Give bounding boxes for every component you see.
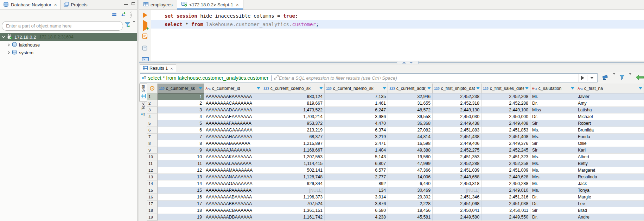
tree-item-system[interactable]: system [0,49,137,56]
column-header-c_current_addr_sk[interactable]: 123c_current_addr_sk [388,84,433,93]
row-number[interactable]: 10 [147,154,158,160]
column-dropdown-icon[interactable] [427,87,431,90]
cell-c_current_hdemo_sk[interactable]: 6,580 [325,207,388,214]
row-number[interactable]: 8 [147,140,158,147]
cell-c_current_hdemo_sk[interactable]: 4,238 [325,214,388,221]
cell-c_first_sales_date_sk[interactable]: 2,451,323 [482,154,530,160]
cell-c_customer_id[interactable]: AAAAAAAALAAAAAAA [204,160,262,167]
cell-c_current_hdemo_sk[interactable]: 2,471 [325,140,388,147]
column-dropdown-icon[interactable] [571,87,574,90]
cell-c_salutation[interactable]: Ms. [530,160,576,167]
execute-statement-icon[interactable] [143,12,147,18]
cell-c_salutation[interactable]: Dr. [530,100,576,107]
cell-c_first_shipto_date_sk[interactable]: 2,451,883 [433,127,482,134]
cell-c_first_shipto_date_sk[interactable]: 2,451,353 [433,154,482,160]
cell-c_first_shipto_date_sk[interactable]: 2,449,406 [433,140,482,147]
cell-c_first_sales_date_sk[interactable]: 2,449,628 [482,174,530,180]
cell-c_current_cdemo_sk[interactable]: 213,219 [262,127,325,134]
column-header-c_current_cdemo_sk[interactable]: 123c_current_cdemo_sk [262,84,325,93]
cell-c_first_na[interactable]: Robert [576,120,644,127]
cell-c_first_sales_date_sk[interactable]: 2,452,245 [482,147,530,154]
chevron-down-icon[interactable] [0,36,6,38]
cell-c_current_hdemo_sk[interactable]: 6,247 [325,107,388,113]
cell-c_first_shipto_date_sk[interactable]: [NULL] [433,187,482,194]
cell-c_current_hdemo_sk[interactable]: 892 [325,180,388,187]
cell-c_current_cdemo_sk[interactable]: 953,372 [262,120,325,127]
cell-c_current_addr_sk[interactable]: 39,558 [388,113,433,120]
cell-c_current_addr_sk[interactable]: 6,440 [388,180,433,187]
cell-c_first_na[interactable]: Rosalinda [576,174,644,180]
cell-c_customer_id[interactable]: AAAAAAAAPAAAAAAA [204,187,262,194]
cell-c_current_addr_sk[interactable]: 31,655 [388,100,433,107]
cell-c_current_addr_sk[interactable]: 44,814 [388,134,433,140]
cell-c_salutation[interactable]: Sir [530,140,576,147]
cell-c_first_na[interactable]: Jack [576,180,644,187]
cell-c_salutation[interactable]: Mrs. [530,174,576,180]
cell-c_first_na[interactable]: Margaret [576,167,644,174]
column-dropdown-icon[interactable] [476,87,480,90]
cell-c_first_sales_date_sk[interactable]: 2,452,288 [482,100,530,107]
cell-c_first_sales_date_sk[interactable]: 2,452,208 [482,93,530,100]
cell-c_current_cdemo_sk[interactable]: 1,473,522 [262,107,325,113]
column-dropdown-icon[interactable] [525,87,529,90]
cell-c_first_shipto_date_sk[interactable]: 2,452,238 [433,93,482,100]
cell-c_first_sales_date_sk[interactable]: 2,450,288 [482,180,530,187]
link-editor-icon[interactable] [121,12,126,18]
cell-c_first_na[interactable]: Amy [576,100,644,107]
cell-c_first_na[interactable]: Karl [576,147,644,154]
row-number[interactable]: 16 [147,194,158,201]
cell-c_first_sales_date_sk[interactable]: 2,451,316 [482,194,530,201]
cell-c_current_hdemo_sk[interactable]: 4,470 [325,120,388,127]
cell-c_customer_id[interactable]: AAAAAAAAFAAAAAAA [204,120,262,127]
cell-c_first_shipto_date_sk[interactable]: 2,451,346 [433,194,482,201]
row-number[interactable]: 19 [147,214,158,221]
cell-c_current_hdemo_sk[interactable]: 5,143 [325,154,388,160]
cell-c_current_cdemo_sk[interactable]: 980,124 [262,93,325,100]
cell-c_first_shipto_date_sk[interactable]: 2,451,039 [433,167,482,174]
cell-c_first_na[interactable]: Margie [576,194,644,201]
column-header-c_customer_sk[interactable]: 123c_customer_sk [158,84,204,93]
chevron-down-icon[interactable] [613,75,616,81]
cell-c_current_hdemo_sk[interactable]: 3,014 [325,194,388,201]
cell-c_customer_sk[interactable]: 7 [158,134,204,140]
column-header-c_current_hdemo_sk[interactable]: 123c_current_hdemo_sk [325,84,388,93]
splitter-collapse-control[interactable] [397,61,419,64]
cell-c_customer_id[interactable]: AAAAAAAADAAAAAAA [204,107,262,113]
cell-c_current_cdemo_sk[interactable]: 707,524 [262,201,325,207]
cell-c_customer_id[interactable]: AAAAAAAABBAAAAAA [204,201,262,207]
row-number[interactable]: 13 [147,174,158,180]
column-header-c_customer_id[interactable]: A-zc_customer_id [204,84,262,93]
column-header-c_salutation[interactable]: A-zc_salutation [530,84,576,93]
row-number[interactable]: 3 [147,107,158,113]
cell-c_salutation[interactable]: Mr. [530,180,576,187]
tree-item-connection[interactable]: 172.18.0.2 172.18.0.2:31604 [0,33,137,41]
cell-c_customer_sk[interactable]: 16 [158,194,204,201]
cell-c_current_cdemo_sk[interactable]: 1,703,214 [262,113,325,120]
cell-c_salutation[interactable]: Sir [530,147,576,154]
cell-c_first_sales_date_sk[interactable]: 2,450,000 [482,113,530,120]
cell-c_salutation[interactable]: Mr. [530,93,576,100]
cell-c_customer_id[interactable]: AAAAAAAADBAAAAAA [204,214,262,221]
splitter-down-icon[interactable] [409,62,413,63]
cell-c_customer_sk[interactable]: 12 [158,167,204,174]
cell-c_first_na[interactable]: Lee [576,201,644,207]
cell-c_customer_sk[interactable]: 19 [158,214,204,221]
cell-c_current_addr_sk[interactable]: 47,366 [388,167,433,174]
cell-c_current_addr_sk[interactable]: 45,581 [388,214,433,221]
cell-c_first_shipto_date_sk[interactable]: 2,449,130 [433,107,482,113]
column-dropdown-icon[interactable] [257,87,260,90]
cell-c_current_addr_sk[interactable]: 18,456 [388,207,433,214]
cell-c_current_hdemo_sk[interactable]: 7,135 [325,93,388,100]
column-header-c_first_shipto_date_sk[interactable]: 123c_first_shipto_date_sk [433,84,482,93]
cell-c_first_shipto_date_sk[interactable]: 2,449,580 [433,214,482,221]
cell-c_current_hdemo_sk[interactable]: 134 [325,187,388,194]
object-search-input[interactable]: Enter a part of object name here [2,21,123,31]
row-number[interactable]: 11 [147,160,158,167]
cell-c_first_na[interactable]: Albert [576,154,644,160]
row-number[interactable]: 17 [147,201,158,207]
cell-c_first_na[interactable]: Betty [576,160,644,167]
column-dropdown-icon[interactable] [639,87,642,90]
execute-new-tab-icon[interactable]: + [143,23,147,29]
column-header-c_first_sales_date_sk[interactable]: 123c_first_sales_date_sk [482,84,530,93]
row-number[interactable]: 1 [147,93,158,100]
